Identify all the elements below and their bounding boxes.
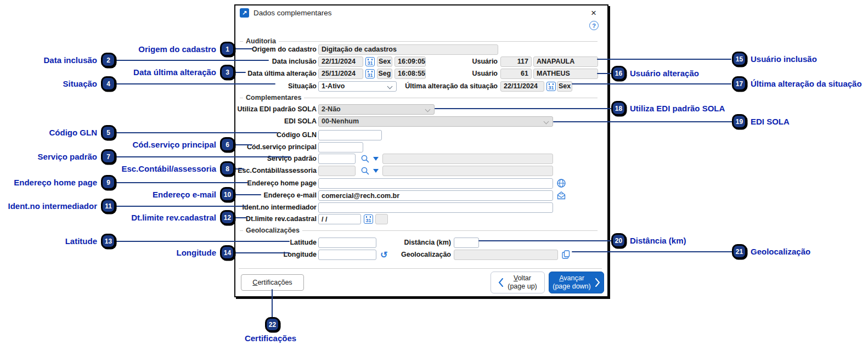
cod-servico-input[interactable]	[318, 142, 363, 152]
callout-line	[115, 60, 269, 61]
callout-codigo-gln: Código GLN 5	[49, 125, 116, 140]
longitude-input[interactable]	[318, 250, 376, 260]
callout-badge: 2	[101, 53, 116, 67]
dt-limite-label: Dt.limite rev.cadastral	[227, 214, 317, 224]
close-icon[interactable]: ×	[588, 7, 600, 19]
group-geolocalizacoes-title: Geolocalizações	[246, 227, 300, 234]
callout-badge: 19	[732, 114, 747, 129]
edi-sola-select: 00-Nenhum	[318, 116, 553, 127]
callout-line	[435, 108, 611, 109]
home-page-label: Endereço home page	[227, 178, 317, 189]
callout-intermediador: Ident.no intermediador 11	[8, 199, 116, 213]
geolocalizacao-value	[454, 250, 558, 260]
callout-data-alteracao: Data última alteração 3	[133, 65, 235, 80]
calendar-icon[interactable]: 31	[365, 69, 375, 78]
callout-servico-padrao: Serviço padrão 7	[38, 149, 116, 164]
callout-situacao: Situação 4	[63, 76, 116, 91]
callout-utiliza-edi: 18 Utiliza EDI padrão SOLA	[611, 101, 725, 116]
callout-badge: 7	[101, 149, 116, 164]
email-input[interactable]	[318, 190, 553, 201]
window-icon: ↗	[240, 8, 249, 18]
copy-icon[interactable]	[561, 250, 571, 259]
codigo-gln-label: Código GLN	[227, 130, 317, 140]
data-alteracao-label: Data última alteração	[227, 69, 317, 79]
group-complementares: Complementares	[240, 94, 598, 101]
callout-line	[115, 206, 245, 207]
callout-line	[234, 194, 261, 195]
callout-edi-sola: 19 EDI SOLA	[732, 114, 790, 129]
window-title: Dados complementares	[253, 9, 332, 17]
callout-badge: 6	[220, 137, 235, 152]
usuario-inclusao-id: 117	[500, 56, 532, 67]
callout-badge: 18	[611, 101, 626, 116]
search-icon[interactable]	[360, 166, 370, 176]
callout-badge: 9	[101, 175, 116, 190]
callout-dt-limite: Dt.limite rev.cadastral 12	[131, 210, 235, 225]
calendar-icon[interactable]: 31	[546, 82, 556, 91]
dropdown-arrow-icon[interactable]	[373, 169, 379, 173]
intermediador-input[interactable]	[318, 202, 553, 213]
callout-badge: 5	[101, 125, 116, 140]
voltar-title: Voltar	[508, 274, 537, 282]
distancia-input[interactable]	[454, 238, 479, 248]
esc-contabil-code	[318, 166, 356, 176]
chevron-down-icon	[425, 107, 431, 112]
callout-badge: 1	[220, 42, 235, 56]
callout-distancia: 20 Distância (km)	[611, 233, 686, 248]
voltar-button[interactable]: Voltar (page up)	[491, 272, 545, 293]
dt-limite-weekday	[375, 214, 388, 224]
search-icon[interactable]	[360, 154, 370, 163]
esc-contabil-label: Esc.Contábil/assessoria	[227, 166, 317, 176]
dropdown-arrow-icon[interactable]	[373, 157, 379, 161]
group-auditoria-title: Auditoria	[246, 37, 276, 45]
distancia-label: Distância (km)	[373, 238, 451, 248]
servico-padrao-descricao	[382, 154, 553, 164]
globe-icon[interactable]	[556, 178, 566, 188]
ultima-alteracao-situacao-label: Última alteração da situação	[389, 81, 498, 92]
callout-email: Endereço e-mail 10	[153, 187, 235, 202]
callout-badge: 8	[220, 161, 235, 176]
chevron-left-icon	[498, 277, 504, 288]
avancar-title: Avançar	[553, 274, 591, 282]
codigo-gln-input[interactable]	[318, 130, 382, 140]
data-inclusao-weekday: Sex	[377, 56, 392, 67]
callout-ultima-alteracao-situacao: 17 Última alteração da situação	[732, 76, 862, 91]
intermediador-label: Ident.no intermediador	[227, 202, 317, 213]
calendar-icon[interactable]: 31	[365, 57, 375, 66]
callout-line	[115, 83, 275, 84]
group-complementares-title: Complementares	[246, 94, 301, 101]
callout-line	[272, 289, 273, 318]
email-label: Endereço e-mail	[227, 190, 317, 201]
origem-value: Digitação de cadastros	[318, 44, 498, 55]
situacao-select[interactable]: 1-Ativo	[318, 81, 397, 92]
callout-geolocalizacao: 21 Geolocalização	[732, 244, 810, 259]
callout-line	[233, 144, 252, 145]
dt-limite-input[interactable]	[318, 214, 361, 224]
edi-sola-label: EDI SOLA	[227, 116, 317, 127]
callout-usuario-inclusao: 15 Usuário inclusão	[732, 52, 817, 66]
callout-line	[572, 83, 731, 84]
callout-cod-servico: Cód.serviço principal 6	[132, 137, 235, 152]
callout-badge: 4	[101, 76, 116, 91]
help-icon[interactable]: ?	[589, 21, 599, 30]
callout-badge: 13	[101, 234, 116, 248]
certificacoes-button[interactable]: Certificações	[241, 274, 304, 291]
calendar-icon[interactable]: 31	[364, 214, 373, 224]
servico-padrao-label: Serviço padrão	[227, 154, 317, 164]
data-alteracao-date: 25/11/2024	[318, 69, 363, 79]
callout-badge: 15	[732, 52, 747, 66]
callout-badge: 17	[732, 76, 747, 91]
latitude-input[interactable]	[318, 238, 376, 248]
callout-line	[597, 73, 612, 74]
usuario-inclusao-label: Usuário	[449, 56, 498, 67]
callout-badge: 11	[101, 199, 116, 213]
latitude-label: Latitude	[227, 238, 317, 248]
servico-padrao-input[interactable]	[318, 154, 356, 164]
email-icon[interactable]	[556, 190, 566, 200]
callout-usuario-alteracao: 16 Usuário alteração	[611, 66, 699, 81]
avancar-button[interactable]: Avançar (page down)	[549, 272, 604, 293]
dados-complementares-dialog: ↗ Dados complementares × ? Auditoria Ori…	[234, 4, 608, 297]
home-page-input[interactable]	[318, 178, 553, 189]
callout-home-page: Endereço home page 9	[14, 175, 116, 190]
callout-badge: 10	[220, 187, 235, 202]
